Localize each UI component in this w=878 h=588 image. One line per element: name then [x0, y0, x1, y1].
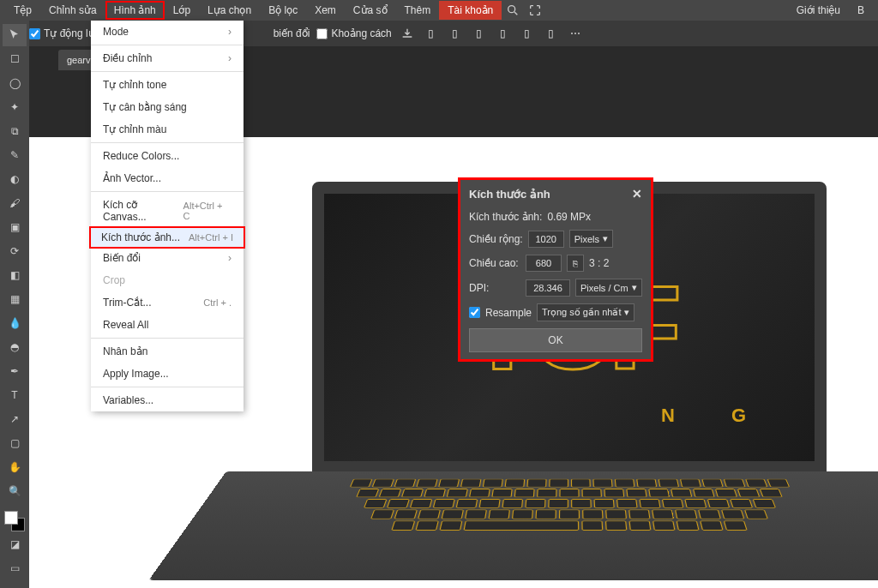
autosnap-checkbox[interactable]: Tự động lự [29, 27, 95, 39]
menu-b[interactable]: B [849, 1, 873, 20]
fg-color[interactable] [4, 511, 18, 525]
close-icon[interactable]: ✕ [632, 187, 642, 201]
size-value: 0.69 MPx [547, 211, 591, 223]
resample-label: Resample [485, 307, 532, 319]
color-swatch[interactable] [4, 511, 25, 531]
dpi-input[interactable] [526, 279, 570, 297]
menubar: Tệp Chỉnh sửa Hình ảnh Lớp Lựa chọn Bộ l… [0, 0, 878, 21]
menu-reducecolors[interactable]: Reduce Colors... [91, 145, 244, 167]
menu-tep[interactable]: Tệp [5, 1, 40, 20]
size-label: Kích thước ảnh: [469, 211, 542, 223]
menu-xem[interactable]: Xem [306, 1, 345, 20]
lasso-tool[interactable]: ◯ [3, 72, 27, 94]
eraser-tool[interactable]: ◧ [3, 264, 27, 286]
width-label: Chiều rộng: [469, 233, 523, 245]
dpi-label: DPI: [469, 282, 520, 294]
stamp-tool[interactable]: ▣ [3, 216, 27, 238]
menu-canvassize[interactable]: Kích cỡ Canvas...Alt+Ctrl + C [91, 194, 244, 228]
heal-tool[interactable]: ◐ [3, 168, 27, 190]
height-input[interactable] [526, 255, 562, 272]
dialog-title: Kích thước ảnh [469, 188, 550, 201]
align-right-icon[interactable]: ▯ [471, 25, 488, 42]
link-icon[interactable]: ⎘ [567, 255, 584, 272]
move-tool[interactable] [3, 24, 27, 46]
history-tool[interactable]: ⟳ [3, 240, 27, 262]
menu-chinhsua[interactable]: Chỉnh sửa [40, 1, 105, 20]
more-icon[interactable]: ⋯ [567, 25, 584, 42]
path-tool[interactable]: ↗ [3, 408, 27, 430]
resample-method-select[interactable]: Trọng số gần nhất ▾ [537, 303, 634, 321]
menu-crop: Crop [91, 269, 244, 291]
pen-tool[interactable]: ✒ [3, 360, 27, 382]
dpi-units-select[interactable]: Pixels / Cm ▾ [575, 279, 642, 297]
menu-anhvector[interactable]: Ảnh Vector... [91, 167, 244, 189]
width-input[interactable] [528, 231, 564, 248]
align-middle-icon[interactable]: ▯ [519, 25, 536, 42]
height-label: Chiều cao: [469, 257, 520, 269]
autosnap-label: Tự động lự [44, 27, 95, 39]
zoom-tool[interactable]: 🔍 [3, 480, 27, 502]
tool-sidebar: ☐ ◯ ✦ ⧉ ✎ ◐ 🖌 ▣ ⟳ ◧ ▦ 💧 ◓ ✒ T ↗ ▢ ✋ 🔍 ◪ … [0, 21, 29, 588]
menu-imagesize[interactable]: Kích thước ảnh...Alt+Ctrl + I [89, 226, 245, 249]
marquee-tool[interactable]: ☐ [3, 48, 27, 70]
hand-tool[interactable]: ✋ [3, 456, 27, 478]
align-left-icon[interactable]: ▯ [423, 25, 440, 42]
menu-variables[interactable]: Variables... [91, 389, 244, 411]
eyedropper-tool[interactable]: ✎ [3, 144, 27, 166]
crop-tool[interactable]: ⧉ [3, 120, 27, 142]
align-bottom-icon[interactable]: ▯ [543, 25, 560, 42]
menu-lop[interactable]: Lớp [165, 1, 199, 20]
screenmode-tool[interactable]: ▭ [3, 557, 27, 579]
brush-tool[interactable]: 🖌 [3, 192, 27, 214]
fullscreen-icon[interactable] [526, 1, 544, 20]
ok-button[interactable]: OK [469, 328, 642, 352]
menu-tuchinhmau[interactable]: Tự chỉnh màu [91, 118, 244, 141]
menu-applyimage[interactable]: Apply Image... [91, 363, 244, 385]
menu-account[interactable]: Tài khoản [439, 1, 502, 20]
wand-tool[interactable]: ✦ [3, 96, 27, 118]
quickmask-tool[interactable]: ◪ [3, 533, 27, 555]
menu-them[interactable]: Thêm [396, 1, 440, 20]
menu-nhanban[interactable]: Nhân bản [91, 340, 244, 363]
align-top-icon[interactable]: ▯ [495, 25, 512, 42]
menu-biendoi[interactable]: Biến đổi› [91, 247, 244, 269]
gradient-tool[interactable]: ▦ [3, 288, 27, 310]
ratio-label: 3 : 2 [589, 257, 609, 269]
units-select[interactable]: Pixels ▾ [569, 230, 613, 248]
download-icon[interactable] [399, 25, 416, 42]
hinhanh-dropdown: Mode› Điều chỉnh› Tự chỉnh tone Tự cân b… [91, 21, 244, 411]
menu-mode[interactable]: Mode› [91, 21, 244, 43]
menu-dieuchinh[interactable]: Điều chỉnh› [91, 47, 244, 69]
text-tool[interactable]: T [3, 384, 27, 406]
svg-point-0 [508, 6, 515, 13]
menu-trim[interactable]: Trim-Cắt...Ctrl + . [91, 291, 244, 314]
resample-checkbox[interactable] [469, 307, 480, 318]
khoangcach-input[interactable] [316, 28, 328, 39]
search-icon[interactable] [503, 1, 522, 20]
autosnap-input[interactable] [29, 28, 40, 39]
menu-cuaso[interactable]: Cửa sổ [345, 1, 396, 20]
tuf-ng: N G [661, 405, 772, 427]
svg-line-1 [514, 12, 517, 15]
biendoi-label: biến đổi [274, 27, 310, 39]
menu-tucanbang[interactable]: Tự cân bằng sáng [91, 96, 244, 118]
shape-tool[interactable]: ▢ [3, 432, 27, 454]
blur-tool[interactable]: 💧 [3, 312, 27, 334]
dodge-tool[interactable]: ◓ [3, 336, 27, 358]
menu-boloc[interactable]: Bộ lọc [260, 1, 306, 20]
khoangcach-checkbox[interactable]: Khoảng cách [316, 27, 391, 39]
menu-revealall[interactable]: Reveal All [91, 314, 244, 336]
menu-luachon[interactable]: Lựa chọn [199, 1, 260, 20]
align-center-icon[interactable]: ▯ [447, 25, 464, 42]
menu-tuchinhtone[interactable]: Tự chỉnh tone [91, 74, 244, 96]
khoangcach-label: Khoảng cách [331, 27, 391, 39]
imagesize-dialog: Kích thước ảnh ✕ Kích thước ảnh: 0.69 MP… [458, 177, 653, 362]
menu-gioithieu[interactable]: Giới thiệu [788, 1, 849, 20]
menu-hinhanh[interactable]: Hình ảnh [105, 1, 165, 20]
